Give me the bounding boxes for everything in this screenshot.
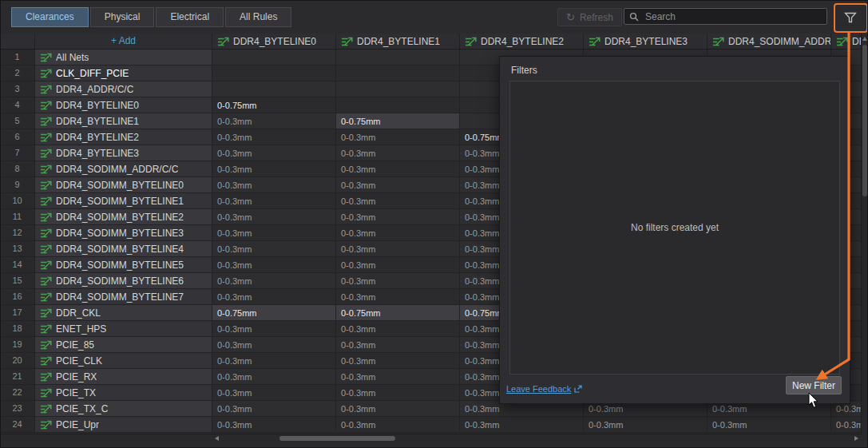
net-name-cell[interactable]: DDR4_SODIMM_ADDR/C/C (35, 161, 212, 177)
clearance-cell[interactable]: 0-0.3mm (212, 209, 336, 225)
net-name-cell[interactable]: PCIE_Upr (35, 417, 212, 433)
clearance-cell[interactable]: 0-0.3mm (336, 241, 460, 257)
clearance-cell[interactable]: 0-0.3mm (336, 257, 460, 273)
net-name-cell[interactable]: DDR4_BYTELINE2 (35, 129, 212, 145)
net-name-cell[interactable]: DDR4_BYTELINE3 (35, 145, 212, 161)
clearance-cell[interactable]: 0-0.3mm (336, 385, 460, 401)
clearance-cell[interactable]: 0-0.3mm (212, 401, 336, 417)
clearance-cell[interactable]: 0-0.3mm (336, 321, 460, 337)
leave-feedback-link[interactable]: Leave Feedback (506, 384, 582, 394)
column-header[interactable]: DDR4_BYTELINE3 (584, 34, 707, 49)
clearance-cell[interactable]: 0-0.3mm (212, 417, 336, 433)
net-name-cell[interactable]: PCIE_RX (35, 369, 212, 385)
net-name-cell[interactable]: DDR4_SODIMM_BYTELINE0 (35, 177, 212, 193)
clearance-cell[interactable]: 0-0.3mm (212, 321, 336, 337)
net-name-cell[interactable]: DDR4_SODIMM_BYTELINE6 (35, 273, 212, 289)
column-header[interactable]: DDR4_BYTELINE0 (212, 34, 336, 49)
net-name-cell[interactable]: PCIE_85 (35, 337, 212, 353)
clearance-cell[interactable]: 0-0.3mm (212, 225, 336, 241)
clearance-cell[interactable] (212, 81, 336, 97)
clearance-cell[interactable]: 0-0.75mm (212, 305, 336, 321)
net-name-cell[interactable]: DDR4_BYTELINE0 (35, 97, 212, 113)
clearance-cell[interactable]: 0-0.3mm (212, 113, 336, 129)
net-name-cell[interactable]: CLK_DIFF_PCIE (35, 65, 212, 81)
clearance-cell[interactable]: 0-0.3mm (212, 177, 336, 193)
vertical-scrollbar[interactable] (861, 34, 868, 442)
clearance-cell[interactable]: 0-0.3mm (336, 401, 460, 417)
clearance-cell[interactable] (336, 65, 460, 81)
search-box[interactable] (624, 8, 827, 25)
net-name-cell[interactable]: PCIE_TX_C (35, 401, 212, 417)
net-name-cell[interactable]: DDR4_SODIMM_BYTELINE7 (35, 289, 212, 305)
row-number: 6 (0, 129, 35, 145)
clearance-cell[interactable]: 0-0.3mm (336, 193, 460, 209)
scroll-up-arrow-icon[interactable] (862, 37, 867, 41)
clearance-cell[interactable]: 0-0.3mm (212, 353, 336, 369)
net-name-cell[interactable]: PCIE_TX (35, 385, 212, 401)
clearance-cell[interactable] (212, 65, 336, 81)
net-name-cell[interactable]: DDR4_SODIMM_BYTELINE5 (35, 257, 212, 273)
clearance-cell[interactable]: 0-0.3mm (336, 177, 460, 193)
column-header[interactable]: DDR4_BYTELINE1 (336, 34, 460, 49)
add-net-button[interactable]: + Add (35, 34, 212, 49)
tab-all-rules[interactable]: All Rules (225, 7, 291, 27)
clearance-cell[interactable]: 0-0.3mm (336, 369, 460, 385)
net-name-cell[interactable]: ENET_HPS (35, 321, 212, 337)
net-name-cell[interactable]: DDR4_SODIMM_BYTELINE1 (35, 193, 212, 209)
clearance-cell[interactable] (336, 50, 460, 65)
clearance-cell[interactable]: 0-0.3mm (212, 161, 336, 177)
clearance-cell[interactable] (336, 97, 460, 113)
clearance-cell[interactable]: 0-0.3mm (212, 241, 336, 257)
clearance-cell[interactable]: 0-0.75mm (336, 305, 460, 321)
clearance-cell[interactable]: 0-0.3mm (336, 145, 460, 161)
horizontal-scrollbar-thumb[interactable] (279, 436, 395, 441)
net-name-cell[interactable]: DDR4_BYTELINE1 (35, 113, 212, 129)
tab-clearances[interactable]: Clearances (11, 7, 89, 27)
clearance-cell[interactable]: 0-0.75mm (336, 113, 460, 129)
net-name-cell[interactable]: PCIE_CLK (35, 353, 212, 369)
refresh-button[interactable]: ↻ Refresh (557, 8, 622, 26)
tab-electrical[interactable]: Electrical (156, 7, 224, 27)
net-name-cell[interactable]: DDR4_SODIMM_BYTELINE3 (35, 225, 212, 241)
clearance-cell[interactable]: 0-0.3mm (212, 129, 336, 145)
net-name-cell[interactable]: All Nets (35, 50, 212, 65)
clearance-cell[interactable]: 0-0.3mm (212, 385, 336, 401)
clearance-cell[interactable]: 0-0.3mm (707, 417, 831, 433)
net-name-cell[interactable]: DDR_CKL (35, 305, 212, 321)
scroll-right-arrow-icon[interactable] (854, 436, 858, 441)
scroll-left-arrow-icon[interactable] (215, 436, 219, 441)
clearance-cell[interactable]: 0-0.3mm (336, 129, 460, 145)
filter-button[interactable] (839, 9, 861, 26)
clearance-cell[interactable]: 0-0.3mm (336, 161, 460, 177)
clearance-cell[interactable]: 0-0.3mm (336, 337, 460, 353)
clearance-cell[interactable]: 0-0.3mm (212, 289, 336, 305)
clearance-cell[interactable]: 0-0.3mm (212, 145, 336, 161)
clearance-cell[interactable]: 0-0.3mm (336, 417, 460, 433)
clearance-cell[interactable]: 0-0.3mm (212, 273, 336, 289)
column-header[interactable]: DDR4_BYTELINE2 (460, 34, 584, 49)
vertical-scrollbar-thumb[interactable] (862, 45, 867, 196)
clearance-cell[interactable]: 0-0.3mm (212, 193, 336, 209)
clearance-cell[interactable]: 0-0.3mm (212, 337, 336, 353)
table-row: 24PCIE_Upr0-0.3mm0-0.3mm0-0.3mm0-0.3mm0-… (0, 417, 868, 433)
column-header[interactable]: DDR4_SODIMM_ADDR/C/C (707, 34, 831, 49)
clearance-cell[interactable]: 0-0.3mm (336, 353, 460, 369)
tab-physical[interactable]: Physical (90, 7, 155, 27)
clearance-cell[interactable] (212, 50, 336, 65)
horizontal-scrollbar[interactable] (212, 434, 861, 442)
clearance-cell[interactable]: 0-0.3mm (460, 417, 584, 433)
clearance-cell[interactable]: 0-0.3mm (336, 225, 460, 241)
clearance-cell[interactable]: 0-0.3mm (336, 273, 460, 289)
clearance-cell[interactable]: 0-0.3mm (336, 209, 460, 225)
clearance-cell[interactable]: 0-0.3mm (336, 289, 460, 305)
clearance-cell[interactable]: 0-0.3mm (212, 369, 336, 385)
net-name-cell[interactable]: DDR4_SODIMM_BYTELINE4 (35, 241, 212, 257)
search-input[interactable] (644, 10, 807, 23)
net-name-cell[interactable]: DDR4_SODIMM_BYTELINE2 (35, 209, 212, 225)
new-filter-button[interactable]: New Filter (786, 376, 842, 394)
clearance-cell[interactable]: 0-0.75mm (212, 97, 336, 113)
clearance-cell[interactable]: 0-0.3mm (212, 257, 336, 273)
net-name-cell[interactable]: DDR4_ADDR/C/C (35, 81, 212, 97)
clearance-cell[interactable] (336, 81, 460, 97)
clearance-cell[interactable]: 0-0.3mm (584, 417, 707, 433)
